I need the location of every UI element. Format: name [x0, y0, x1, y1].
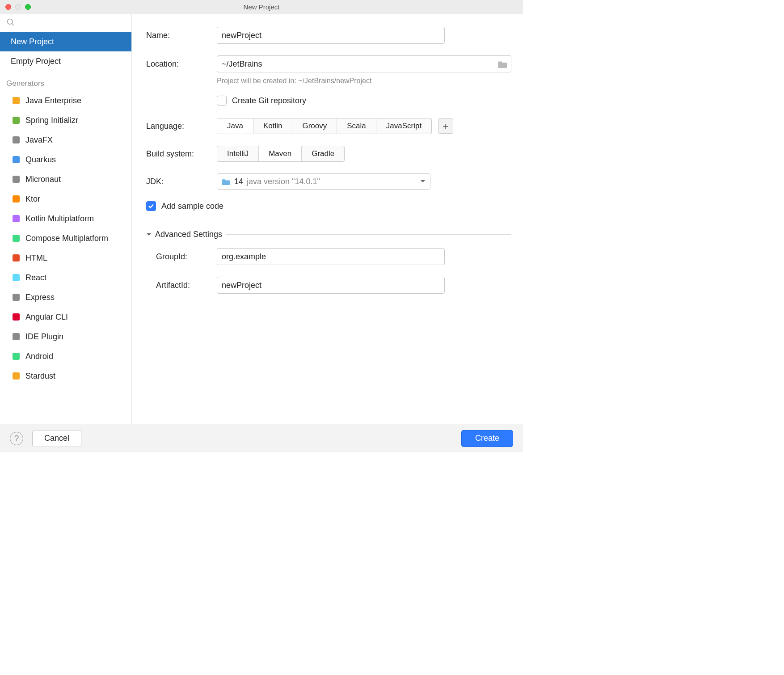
browse-folder-icon[interactable] [498, 60, 508, 68]
java-enterprise-icon [11, 96, 21, 106]
sidebar-generator-item[interactable]: Micronaut [0, 169, 131, 189]
artifactid-input[interactable] [217, 277, 445, 294]
jdk-combobox[interactable]: 14 java version "14.0.1" [217, 173, 430, 190]
chevron-down-icon [420, 180, 426, 183]
artifactid-label: ArtifactId: [146, 281, 217, 290]
sidebar-item-label: Stardust [25, 371, 55, 381]
help-button[interactable]: ? [10, 432, 23, 445]
add-language-button[interactable]: ＋ [438, 118, 453, 134]
sidebar-generator-item[interactable]: React [0, 268, 131, 287]
sidebar-generator-item[interactable]: HTML [0, 248, 131, 268]
sidebar-generator-item[interactable]: Quarkus [0, 150, 131, 169]
dialog-footer: ? Cancel Create [0, 424, 523, 452]
ide-plugin-icon [11, 332, 21, 342]
location-input[interactable] [217, 55, 511, 72]
create-git-label: Create Git repository [232, 96, 306, 105]
sidebar-generator-item[interactable]: Express [0, 287, 131, 307]
groupid-label: GroupId: [146, 252, 217, 262]
sidebar-item-label: Spring Initializr [25, 116, 78, 125]
svg-line-1 [12, 24, 14, 25]
svg-rect-9 [13, 235, 20, 242]
express-icon [11, 292, 21, 303]
svg-rect-12 [13, 294, 20, 301]
build-system-segmented: IntelliJMavenGradle [217, 146, 345, 162]
create-git-checkbox[interactable] [217, 96, 227, 105]
search-icon [6, 18, 15, 27]
react-icon [11, 273, 21, 283]
sidebar-generator-item[interactable]: JavaFX [0, 130, 131, 150]
sidebar-item-label: HTML [25, 253, 47, 263]
sidebar-list: New Project Empty Project Generators Jav… [0, 32, 131, 424]
html-icon [11, 253, 21, 263]
javafx-icon [11, 135, 21, 145]
svg-rect-6 [13, 176, 20, 183]
sidebar-generator-item[interactable]: Compose Multiplatform [0, 228, 131, 248]
sidebar-item-label: Kotlin Multiplatform [25, 214, 94, 224]
jdk-label: JDK: [146, 177, 217, 186]
sidebar-generator-item[interactable]: Ktor [0, 189, 131, 209]
add-sample-code-checkbox[interactable] [146, 201, 156, 211]
build-option[interactable]: Maven [258, 146, 301, 161]
language-label: Language: [146, 122, 217, 131]
svg-rect-4 [13, 136, 20, 143]
sidebar-item-label: Ktor [25, 194, 40, 204]
sidebar-generator-item[interactable]: Kotlin Multiplatform [0, 209, 131, 228]
sidebar-item-label: Express [25, 293, 55, 302]
sidebar-item-empty-project[interactable]: Empty Project [0, 51, 131, 71]
sidebar-item-label: Angular CLI [25, 312, 68, 322]
sidebar-item-label: IDE Plugin [25, 332, 63, 342]
sidebar-item-label: Java Enterprise [25, 96, 81, 105]
sidebar-search[interactable] [0, 14, 131, 32]
android-icon [11, 351, 21, 362]
jdk-detail: java version "14.0.1" [247, 177, 320, 186]
language-option[interactable]: JavaScript [376, 118, 431, 134]
svg-rect-13 [13, 313, 20, 321]
svg-rect-3 [13, 117, 20, 124]
sidebar-group-generators: Generators [0, 71, 131, 91]
svg-rect-15 [13, 353, 20, 360]
build-option[interactable]: IntelliJ [217, 146, 258, 161]
location-hint: Project will be created in: ~/JetBrains/… [217, 77, 511, 85]
svg-point-0 [8, 19, 13, 25]
cancel-button[interactable]: Cancel [32, 430, 81, 447]
sidebar-generator-item[interactable]: IDE Plugin [0, 327, 131, 346]
title-bar: New Project [0, 0, 523, 14]
sidebar: New Project Empty Project Generators Jav… [0, 14, 132, 424]
main-panel: Name: Location: Project will be created … [132, 14, 523, 424]
window-title: New Project [0, 3, 523, 11]
chevron-down-icon [146, 232, 152, 237]
language-option[interactable]: Java [217, 118, 253, 134]
sidebar-generator-item[interactable]: Java Enterprise [0, 91, 131, 110]
sidebar-item-label: Quarkus [25, 155, 56, 165]
build-system-label: Build system: [146, 149, 217, 159]
stardust-icon [11, 371, 21, 381]
ktor-icon [11, 194, 21, 204]
add-sample-code-label: Add sample code [161, 202, 223, 211]
svg-rect-16 [13, 372, 20, 380]
advanced-settings-toggle[interactable]: Advanced Settings [146, 230, 511, 239]
compose-icon [11, 233, 21, 244]
svg-rect-2 [13, 97, 20, 104]
language-option[interactable]: Scala [337, 118, 376, 134]
groupid-input[interactable] [217, 248, 445, 265]
sidebar-item-new-project[interactable]: New Project [0, 32, 131, 51]
language-segmented: JavaKotlinGroovyScalaJavaScript [217, 118, 432, 134]
svg-rect-14 [13, 333, 20, 340]
sidebar-generator-item[interactable]: Angular CLI [0, 307, 131, 327]
sidebar-item-label: Compose Multiplatform [25, 234, 108, 243]
svg-rect-7 [13, 195, 20, 202]
jdk-value: 14 [234, 177, 243, 186]
name-input[interactable] [217, 27, 445, 44]
create-button[interactable]: Create [461, 430, 513, 447]
language-option[interactable]: Groovy [292, 118, 337, 134]
location-label: Location: [146, 59, 217, 69]
svg-rect-11 [13, 274, 20, 281]
sidebar-item-label: React [25, 273, 46, 283]
language-option[interactable]: Kotlin [253, 118, 292, 134]
build-option[interactable]: Gradle [301, 146, 344, 161]
jdk-folder-icon [222, 178, 231, 185]
sidebar-generator-item[interactable]: Android [0, 346, 131, 366]
sidebar-generator-item[interactable]: Stardust [0, 366, 131, 386]
sidebar-generator-item[interactable]: Spring Initializr [0, 110, 131, 130]
sidebar-item-label: Empty Project [11, 57, 61, 66]
